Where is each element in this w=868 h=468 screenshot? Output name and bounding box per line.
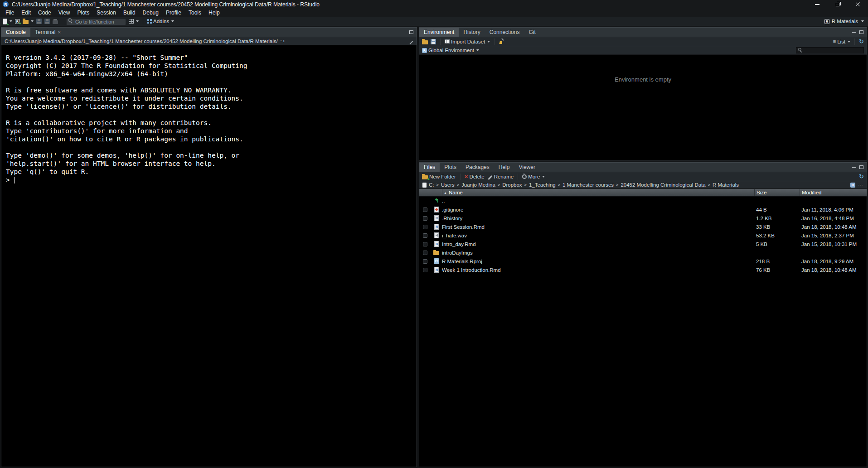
rename-button[interactable]: Rename [487, 174, 514, 179]
environment-search-input[interactable] [796, 47, 864, 53]
row-checkbox[interactable] [423, 242, 427, 246]
load-workspace-button[interactable] [422, 39, 428, 44]
tab-terminal[interactable]: Terminal × [30, 28, 65, 37]
table-row[interactable]: .. [419, 197, 867, 205]
breadcrumb-item[interactable]: Juanjo Medina [461, 182, 495, 188]
tab-connections[interactable]: Connections [485, 28, 524, 37]
list-view-button[interactable]: ≡ List [833, 39, 850, 44]
row-checkbox[interactable] [423, 268, 427, 272]
tab-environment[interactable]: Environment [419, 28, 459, 37]
table-row[interactable]: First Session.Rmd 33 KB Jan 18, 2018, 10… [419, 222, 867, 231]
tab-help[interactable]: Help [494, 163, 514, 172]
menu-plots[interactable]: Plots [74, 9, 93, 17]
maximize-pane-icon[interactable] [859, 30, 863, 34]
minimize-pane-icon[interactable] [852, 32, 856, 33]
new-folder-button[interactable]: New Folder [422, 174, 456, 179]
menu-file[interactable]: File [2, 9, 18, 17]
menu-debug[interactable]: Debug [139, 9, 162, 17]
tab-git[interactable]: Git [524, 28, 540, 37]
close-tab-icon[interactable]: × [58, 29, 60, 35]
breadcrumb-item[interactable]: R Materials [713, 182, 739, 188]
console-input-line[interactable]: > [6, 176, 413, 184]
file-name[interactable]: .. [442, 198, 754, 204]
close-button[interactable] [848, 0, 868, 9]
tab-history[interactable]: History [459, 28, 485, 37]
table-row[interactable]: Week 1 Introduction.Rmd 76 KB Jan 18, 20… [419, 265, 867, 274]
file-icon [433, 241, 440, 247]
new-file-icon [3, 19, 7, 24]
breadcrumb-item[interactable]: Users [441, 182, 455, 188]
clear-environment-button[interactable] [499, 39, 504, 44]
file-name[interactable]: First Session.Rmd [442, 224, 754, 230]
open-file-button[interactable] [23, 19, 34, 24]
row-checkbox[interactable] [423, 259, 427, 264]
maximize-pane-icon[interactable] [409, 30, 413, 34]
restore-button[interactable] [827, 0, 848, 9]
import-dataset-button[interactable]: Import Dataset [445, 39, 490, 44]
row-checkbox[interactable] [423, 225, 427, 229]
header-modified-column[interactable]: Modified [800, 189, 867, 196]
row-checkbox[interactable] [423, 216, 427, 221]
save-all-button[interactable] [44, 19, 50, 24]
menu-tools[interactable]: Tools [185, 9, 205, 17]
menu-code[interactable]: Code [34, 9, 55, 17]
files-toolbar: New Folder × Delete Rename More [419, 172, 867, 181]
rproj-icon[interactable] [850, 183, 855, 188]
ellipsis-icon[interactable]: ⋯ [858, 182, 863, 188]
save-button[interactable] [36, 19, 42, 24]
goto-directory-icon[interactable]: ↪ [281, 39, 285, 43]
file-name[interactable]: Week 1 Introduction.Rmd [442, 267, 754, 273]
file-name[interactable]: R Materials.Rproj [442, 259, 754, 264]
table-row[interactable]: .Rhistory 1.2 KB Jan 16, 2018, 4:48 PM [419, 214, 867, 222]
menu-build[interactable]: Build [120, 9, 139, 17]
save-workspace-button[interactable] [431, 39, 436, 44]
table-row[interactable]: introDayImgs [419, 248, 867, 257]
row-checkbox[interactable] [423, 207, 427, 212]
row-checkbox[interactable] [423, 251, 427, 255]
project-menu-button[interactable]: R Materials [824, 19, 865, 24]
tab-viewer[interactable]: Viewer [514, 163, 539, 172]
more-button[interactable]: More [522, 174, 545, 179]
file-name[interactable]: .Rhistory [442, 216, 754, 221]
file-name[interactable]: Intro_day.Rmd [442, 241, 754, 247]
new-file-button[interactable] [3, 19, 12, 24]
tab-plots[interactable]: Plots [440, 163, 461, 172]
print-button[interactable] [53, 19, 58, 24]
row-checkbox[interactable] [423, 233, 427, 238]
table-row[interactable]: Intro_day.Rmd 5 KB Jan 15, 2018, 10:31 P… [419, 240, 867, 248]
file-name[interactable]: introDayImgs [442, 250, 754, 256]
environment-scope-button[interactable]: Global Environment [422, 48, 479, 53]
tab-packages[interactable]: Packages [461, 163, 494, 172]
new-project-button[interactable] [15, 19, 20, 24]
tab-files[interactable]: Files [419, 163, 440, 172]
breadcrumb-item[interactable]: 1 Manchester courses [563, 182, 614, 188]
file-name[interactable]: .gitignore [442, 207, 754, 212]
file-name[interactable]: i_hate.wav [442, 233, 754, 238]
header-size-column[interactable]: Size [754, 189, 800, 196]
menu-edit[interactable]: Edit [18, 9, 34, 17]
console-body[interactable]: R version 3.4.2 (2017-09-28) -- "Short S… [1, 46, 417, 467]
tab-console[interactable]: Console [1, 28, 30, 37]
refresh-icon[interactable]: ↻ [859, 174, 864, 179]
menu-session[interactable]: Session [93, 9, 120, 17]
table-row[interactable]: i_hate.wav 53.2 KB Jan 15, 2018, 2:37 PM [419, 231, 867, 240]
panes-layout-button[interactable] [129, 19, 139, 24]
clear-console-button[interactable] [409, 39, 413, 44]
breadcrumb-item[interactable]: C: [429, 182, 434, 188]
header-name-column[interactable]: ▲ Name [442, 189, 754, 196]
table-row[interactable]: R Materials.Rproj 218 B Jan 18, 2018, 9:… [419, 257, 867, 265]
maximize-pane-icon[interactable] [859, 165, 863, 169]
minimize-button[interactable] [807, 0, 827, 9]
table-row[interactable]: .gitignore 44 B Jan 11, 2018, 4:06 PM [419, 205, 867, 214]
minimize-pane-icon[interactable] [852, 167, 856, 168]
menu-view[interactable]: View [55, 9, 74, 17]
breadcrumb-item[interactable]: Dropbox [502, 182, 522, 188]
breadcrumb-item[interactable]: 1_Teaching [529, 182, 556, 188]
addins-button[interactable]: Addins [147, 19, 174, 24]
goto-file-input[interactable] [66, 19, 126, 25]
menu-help[interactable]: Help [205, 9, 223, 17]
refresh-icon[interactable]: ↻ [859, 39, 864, 44]
breadcrumb-item[interactable]: 20452 Modelling Criminological Data [621, 182, 705, 188]
delete-button[interactable]: × Delete [465, 174, 485, 179]
menu-profile[interactable]: Profile [162, 9, 185, 17]
